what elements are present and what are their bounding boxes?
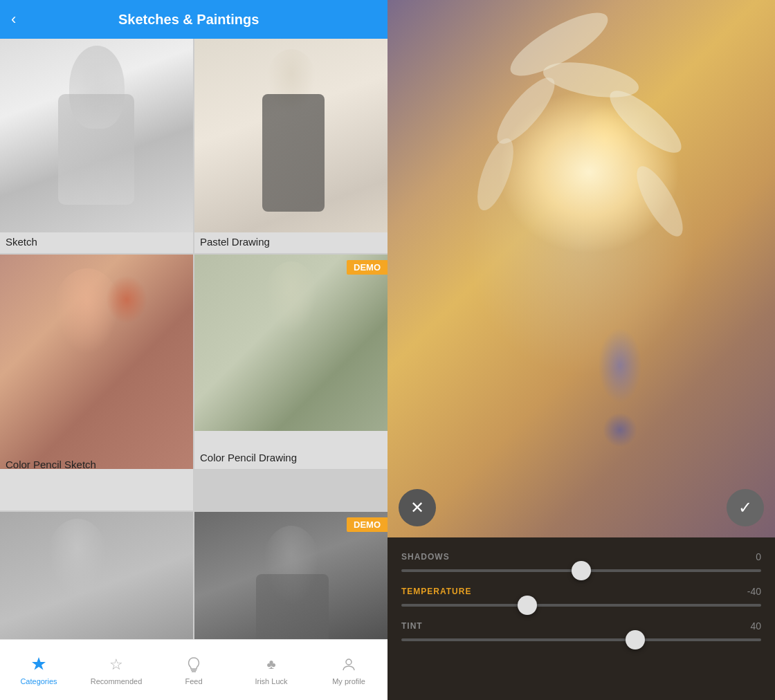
demo-badge-dark-sketch: DEMO (347, 517, 388, 532)
filter-item-color-pencil-sketch[interactable]: Color Pencil Sketch (0, 255, 193, 510)
bottom-navigation: Categories ☆ Recommended Feed ♣ Irish Lu… (0, 639, 388, 700)
feed-icon (184, 655, 203, 674)
nav-item-irish-luck[interactable]: ♣ Irish Luck (232, 655, 310, 685)
nav-label-feed: Feed (185, 677, 202, 685)
filter-item-color-pencil-drawing[interactable]: DEMO Color Pencil Drawing (194, 255, 388, 469)
filter-label-color-pencil-sketch: Color Pencil Sketch (0, 454, 193, 476)
cancel-icon: ✕ (410, 498, 424, 517)
cancel-button[interactable]: ✕ (399, 489, 436, 526)
nav-label-irish-luck: Irish Luck (255, 677, 287, 685)
svg-point-2 (346, 659, 352, 665)
recommended-icon: ☆ (107, 655, 126, 674)
filter-item-dark-sketch[interactable]: DEMO (194, 512, 388, 639)
temperature-thumb[interactable] (518, 596, 537, 615)
shadows-value: 0 (756, 551, 761, 562)
right-panel: ✕ ✓ SHADOWS 0 TEMPERATURE -40 (388, 0, 775, 700)
filter-item-pastel-drawing[interactable]: Pastel Drawing (194, 39, 388, 253)
nav-label-recommended: Recommended (91, 677, 143, 685)
sliders-panel: SHADOWS 0 TEMPERATURE -40 TINT 40 (388, 537, 775, 700)
shadows-track[interactable] (401, 569, 761, 572)
temperature-slider-row: TEMPERATURE -40 (401, 586, 761, 607)
shadows-thumb[interactable] (572, 561, 591, 580)
tint-label: TINT (401, 621, 423, 631)
tint-value: 40 (750, 620, 761, 632)
confirm-icon: ✓ (738, 498, 752, 517)
app-header: ‹ Sketches & Paintings (0, 0, 388, 39)
tint-thumb[interactable] (626, 630, 645, 650)
nav-label-my-profile: My profile (332, 677, 365, 685)
irish-luck-icon: ♣ (262, 655, 281, 674)
nav-item-recommended[interactable]: ☆ Recommended (78, 655, 155, 685)
filter-grid: Sketch Pastel Drawing Color Pencil Sketc… (0, 39, 388, 639)
categories-icon (29, 655, 48, 674)
action-buttons: ✕ ✓ (399, 489, 764, 526)
header-title: Sketches & Paintings (24, 12, 353, 28)
nav-label-categories: Categories (20, 677, 57, 685)
demo-badge-color-pencil-drawing: DEMO (347, 260, 388, 275)
left-panel: ‹ Sketches & Paintings Sketch Pastel Dra… (0, 0, 388, 700)
temperature-label: TEMPERATURE (401, 587, 471, 596)
photo-preview: ✕ ✓ (388, 0, 775, 537)
confirm-button[interactable]: ✓ (727, 489, 764, 526)
temperature-track[interactable] (401, 604, 761, 607)
tint-track[interactable] (401, 638, 761, 641)
shadows-label: SHADOWS (401, 552, 450, 562)
nav-item-my-profile[interactable]: My profile (310, 655, 388, 685)
shadows-slider-row: SHADOWS 0 (401, 551, 761, 572)
temperature-value: -40 (747, 586, 761, 597)
nav-item-categories[interactable]: Categories (0, 655, 78, 685)
filter-item-bottom-left[interactable] (0, 512, 193, 639)
back-button[interactable]: ‹ (11, 12, 16, 27)
tint-slider-row: TINT 40 (401, 620, 761, 641)
filter-label-color-pencil-drawing: Color Pencil Drawing (194, 448, 388, 469)
filter-label-pastel-drawing: Pastel Drawing (194, 232, 388, 253)
filter-label-sketch: Sketch (0, 232, 193, 253)
filter-item-sketch[interactable]: Sketch (0, 39, 193, 253)
nav-item-feed[interactable]: Feed (155, 655, 232, 685)
my-profile-icon (339, 655, 358, 674)
